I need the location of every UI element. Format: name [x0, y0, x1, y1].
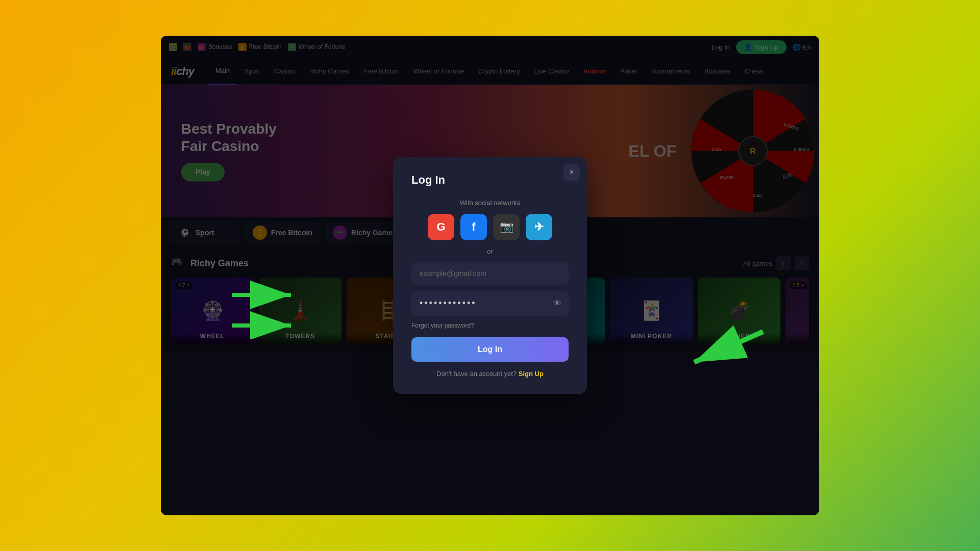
- instagram-login-button[interactable]: 📷: [493, 214, 520, 240]
- google-login-button[interactable]: G: [428, 214, 454, 240]
- email-input[interactable]: [411, 262, 569, 285]
- login-submit-button[interactable]: Log In: [411, 337, 569, 362]
- arrow-password: [227, 311, 299, 341]
- telegram-login-button[interactable]: ✈: [526, 214, 552, 240]
- arrow-email: [227, 281, 299, 311]
- modal-close-button[interactable]: ×: [564, 164, 580, 181]
- facebook-icon: f: [472, 220, 475, 234]
- social-label: With social networks: [411, 199, 569, 207]
- instagram-icon: 📷: [500, 220, 513, 234]
- modal-title: Log In: [411, 173, 569, 187]
- arrow-login-button: [666, 321, 768, 374]
- telegram-icon: ✈: [534, 220, 544, 234]
- forgot-password-link[interactable]: Forgot your password?: [411, 322, 569, 329]
- facebook-login-button[interactable]: f: [460, 214, 487, 240]
- browser-window: 🤖 🍎 🎁 Bonuses ₿ Free Bitcoin 🎡 Wheel of …: [161, 36, 819, 515]
- password-wrapper: 👁: [411, 291, 569, 316]
- or-divider: or: [411, 247, 569, 255]
- eye-icon[interactable]: 👁: [553, 299, 561, 308]
- signup-prompt: Don't have an account yet? Sign Up: [411, 370, 569, 378]
- login-modal: Log In × With social networks G f 📷 ✈: [393, 157, 587, 394]
- modal-overlay[interactable]: Log In × With social networks G f 📷 ✈: [161, 36, 819, 515]
- svg-line-14: [694, 332, 763, 362]
- google-icon: G: [436, 220, 445, 234]
- social-buttons: G f 📷 ✈: [411, 214, 569, 240]
- password-input[interactable]: [411, 291, 569, 316]
- signup-link[interactable]: Sign Up: [519, 370, 544, 378]
